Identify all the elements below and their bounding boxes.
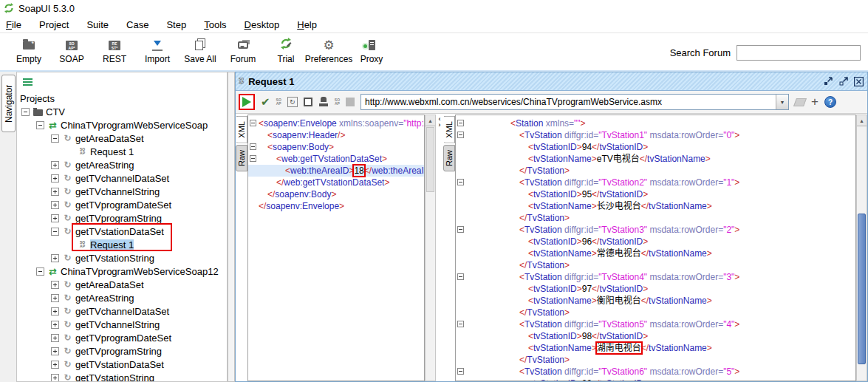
response-editor-scrollbar[interactable]: ▲ <box>856 115 867 381</box>
menu-help[interactable]: Help <box>297 19 317 30</box>
copy-endpoint-icon[interactable] <box>793 98 807 106</box>
panel-close-icon[interactable] <box>853 76 864 87</box>
tree-expander-icon[interactable] <box>51 161 59 169</box>
tree-expander-icon[interactable] <box>51 361 59 369</box>
editor-splitter[interactable]: ‹› <box>436 115 443 381</box>
navigator-tab[interactable]: Navigator <box>1 75 16 132</box>
submit-request-button[interactable] <box>242 97 251 107</box>
tree-expander-icon[interactable] <box>51 281 59 289</box>
tree-expander-icon[interactable] <box>51 294 59 302</box>
rest-button[interactable]: REST*REST <box>93 36 136 64</box>
tree-node-gettvchanneldataset[interactable]: ↻getTVchannelDataSet <box>17 304 227 318</box>
clone-request-icon[interactable] <box>318 97 329 107</box>
fold-collapse-icon[interactable] <box>250 143 256 150</box>
tree-node-gettvstationdataset[interactable]: ↻getTVstationDataSet <box>17 358 227 371</box>
fold-collapse-icon[interactable] <box>250 120 256 126</box>
tree-node-request-1[interactable]: SOAPRequest 1 <box>17 145 227 158</box>
tree-expander-icon[interactable] <box>51 134 59 143</box>
trial-button[interactable]: Trial <box>264 36 307 64</box>
tree-node-gettvprogramstring[interactable]: ↻getTVprogramString <box>17 344 227 358</box>
recreate-request-icon[interactable]: ↻ <box>287 97 298 107</box>
proxy-button[interactable]: Proxy <box>350 36 393 64</box>
tree-node-gettvstationdataset[interactable]: ↻getTVstationDataSet <box>17 225 227 238</box>
tree-node-chinatvprogramwebservicesoap12[interactable]: ⇄ChinaTVprogramWebServiceSoap12 <box>17 265 227 278</box>
preferences-button[interactable]: ⚙Preferences <box>307 36 350 64</box>
tree-node-ctv[interactable]: CTV <box>17 105 227 118</box>
validate-icon[interactable]: ✔ <box>261 97 270 108</box>
soap-action-icon-2[interactable]: SOAP <box>335 98 340 106</box>
menu-case[interactable]: Case <box>126 19 148 30</box>
tree-node-getareastring[interactable]: ↻getAreaString <box>17 158 227 171</box>
menu-desktop[interactable]: Desktop <box>245 19 280 30</box>
save-all-button[interactable]: Save All <box>179 36 222 64</box>
tree-node-getareadataset[interactable]: ↻getAreaDataSet <box>17 278 227 291</box>
fold-collapse-icon[interactable] <box>457 368 464 375</box>
fold-collapse-icon[interactable] <box>457 226 464 233</box>
tree-node-getareastring[interactable]: ↻getAreaString <box>17 291 227 304</box>
scroll-up-icon-2[interactable]: ▲ <box>857 115 867 126</box>
tree-expander-icon[interactable] <box>21 108 30 116</box>
scroll-up-icon[interactable]: ▲ <box>426 115 435 126</box>
tree-expander-icon[interactable] <box>51 174 59 183</box>
fold-collapse-icon[interactable] <box>457 321 464 327</box>
tree-node-gettvchanneldataset[interactable]: ↻getTVchannelDataSet <box>17 171 227 185</box>
tree-scrollbar[interactable] <box>228 72 235 382</box>
project-tree-panel[interactable]: ProjectsCTV⇄ChinaTVprogramWebServiceSoap… <box>16 72 228 382</box>
tree-options-icon[interactable] <box>23 78 33 86</box>
tree-expander-icon[interactable] <box>36 267 44 276</box>
tree-expander-icon[interactable] <box>51 307 59 316</box>
tree-node-gettvstationstring[interactable]: ↻getTVstationString <box>17 371 227 382</box>
menu-file[interactable]: File <box>6 19 21 30</box>
tree-expander-icon[interactable] <box>51 254 59 262</box>
endpoint-dropdown-arrow[interactable]: ▼ <box>776 95 788 109</box>
create-empty-icon[interactable] <box>304 98 312 106</box>
tree-expander-icon[interactable] <box>51 347 59 355</box>
forum-button[interactable]: Forum <box>222 36 264 64</box>
request-tab-raw[interactable]: Raw <box>236 145 247 171</box>
menu-tools[interactable]: Tools <box>204 19 226 30</box>
panel-maximize-icon[interactable] <box>838 76 849 87</box>
request-tab-xml[interactable]: XML <box>236 116 247 143</box>
soap-button[interactable]: SOAP*SOAP <box>50 36 93 64</box>
soap-action-icon[interactable]: SOAP <box>276 98 281 106</box>
tree-expander-icon[interactable] <box>51 214 59 222</box>
tree-expander-icon[interactable] <box>36 121 44 129</box>
fold-collapse-icon[interactable] <box>457 120 464 126</box>
tree-node-gettvprogramstring[interactable]: ↻getTVprogramString <box>17 211 227 225</box>
request-scrollbar-thumb[interactable] <box>426 127 434 192</box>
search-forum-input[interactable] <box>737 45 861 61</box>
tree-node-projects[interactable]: Projects <box>17 92 227 105</box>
tree-expander-icon[interactable] <box>51 374 59 382</box>
menu-suite[interactable]: Suite <box>86 19 109 30</box>
tree-node-request-1[interactable]: SOAPRequest 1 <box>17 238 227 251</box>
response-tab-xml[interactable]: XML <box>443 116 455 143</box>
fold-collapse-icon[interactable] <box>457 132 464 138</box>
fold-collapse-icon[interactable] <box>457 179 464 185</box>
tree-expander-icon[interactable] <box>51 334 59 342</box>
panel-restore-icon[interactable] <box>822 76 833 87</box>
endpoint-combo[interactable]: http://www.webxml.com.cn/webservices/Chi… <box>360 94 789 110</box>
fold-collapse-icon[interactable] <box>457 273 464 280</box>
empty-button[interactable]: Empty <box>7 36 50 64</box>
request-editor-scrollbar[interactable]: ▲ <box>425 115 436 381</box>
tree-node-chinatvprogramwebservicesoap[interactable]: ⇄ChinaTVprogramWebServiceSoap <box>17 118 227 132</box>
menu-step[interactable]: Step <box>166 19 186 30</box>
cancel-request-icon[interactable] <box>346 98 355 106</box>
menu-project[interactable]: Project <box>39 19 69 30</box>
tree-node-gettvchannelstring[interactable]: ↻getTVchannelString <box>17 318 227 331</box>
help-icon[interactable]: ? <box>824 96 836 108</box>
tree-expander-icon[interactable] <box>51 188 59 196</box>
tree-node-gettvchannelstring[interactable]: ↻getTVchannelString <box>17 185 227 198</box>
tree-expander-icon[interactable] <box>51 201 59 209</box>
tree-node-gettvstationstring[interactable]: ↻getTVstationString <box>17 251 227 265</box>
tree-expander-icon[interactable] <box>51 321 59 329</box>
response-tab-raw[interactable]: Raw <box>443 145 455 171</box>
tree-expander-icon[interactable] <box>51 228 59 236</box>
tree-node-gettvprogramdateset[interactable]: ↻getTVprogramDateSet <box>17 331 227 344</box>
tree-node-getareadataset[interactable]: ↻getAreaDataSet <box>17 132 227 145</box>
add-endpoint-icon[interactable]: + <box>811 97 819 107</box>
import-button[interactable]: Import <box>136 36 179 64</box>
request-xml-editor[interactable]: <soapenv:Envelope xmlns:soapenv="http://… <box>247 115 425 381</box>
fold-collapse-icon[interactable] <box>250 155 256 162</box>
response-scrollbar-thumb[interactable] <box>858 214 866 365</box>
